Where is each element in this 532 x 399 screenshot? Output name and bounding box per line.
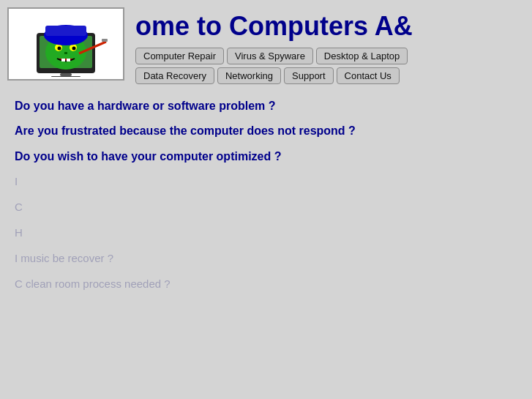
- nav-desktop-laptop[interactable]: Desktop & Laptop: [316, 48, 408, 64]
- site-title: ome to Computers A&: [135, 11, 525, 42]
- nav-support[interactable]: Support: [284, 67, 334, 84]
- svg-rect-13: [102, 39, 108, 42]
- svg-rect-8: [61, 59, 65, 61]
- question-2: Are you frustrated because the computer …: [15, 123, 517, 139]
- svg-rect-11: [45, 26, 86, 36]
- faded-item-4: I music be recover ?: [15, 250, 517, 266]
- svg-point-6: [72, 47, 76, 51]
- nav-computer-repair[interactable]: Computer Repair: [135, 48, 224, 64]
- nav-virus-spyware[interactable]: Virus & Spyware: [227, 48, 313, 64]
- logo-image: [15, 11, 117, 77]
- faded-item-3: H: [15, 225, 517, 240]
- svg-rect-7: [64, 52, 67, 54]
- faded-item-1: I: [15, 174, 517, 189]
- header: ome to Computers A& Computer Repair Viru…: [0, 0, 532, 91]
- question-1: Do you have a hardware or software probl…: [15, 98, 517, 114]
- title-area: ome to Computers A& Computer Repair Viru…: [124, 7, 525, 87]
- nav-networking[interactable]: Networking: [217, 67, 281, 84]
- faded-item-5: C clean room process needed ?: [15, 276, 517, 291]
- nav-row-2: Data Recovery Networking Support Contact…: [135, 67, 525, 84]
- nav-row-1: Computer Repair Virus & Spyware Desktop …: [135, 48, 525, 64]
- svg-point-5: [58, 47, 61, 51]
- main-content: Do you have a hardware or software probl…: [0, 91, 532, 316]
- question-3: Do you wish to have your computer optimi…: [15, 149, 517, 165]
- svg-rect-9: [67, 59, 70, 61]
- svg-rect-14: [60, 73, 72, 76]
- nav-data-recovery[interactable]: Data Recovery: [135, 67, 214, 84]
- faded-item-2: C: [15, 199, 517, 215]
- svg-rect-15: [51, 76, 80, 77]
- logo: [7, 7, 124, 81]
- nav-contact-us[interactable]: Contact Us: [337, 67, 400, 84]
